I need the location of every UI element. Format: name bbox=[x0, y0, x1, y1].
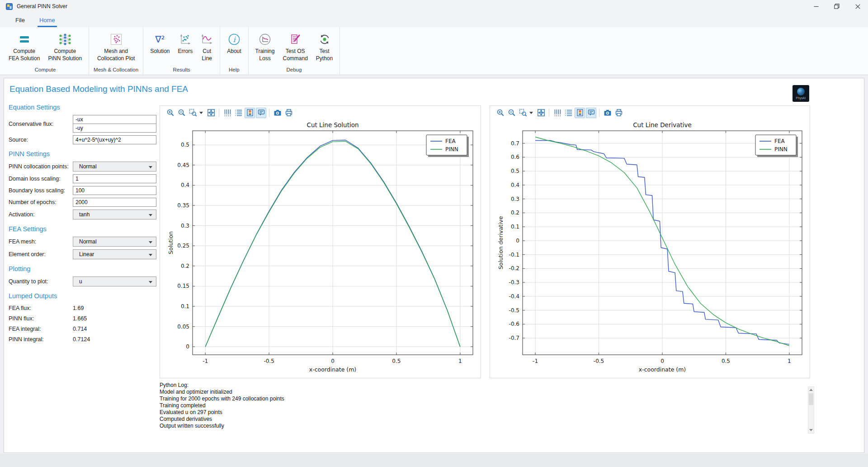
pinn-collocation-points-row: PINN collocation points: Normal bbox=[9, 162, 159, 172]
boundary-loss-scaling-input[interactable] bbox=[73, 186, 156, 195]
svg-text:0.15: 0.15 bbox=[177, 283, 189, 289]
y-grid-icon[interactable] bbox=[563, 108, 574, 118]
domain-loss-scaling-input[interactable] bbox=[73, 174, 156, 183]
mesh-collocation-plot-button[interactable]: Mesh and Collocation Plot bbox=[93, 30, 139, 62]
svg-text:0: 0 bbox=[516, 238, 519, 244]
tab-file[interactable]: File bbox=[14, 15, 27, 27]
colorbar-toggle-icon[interactable] bbox=[575, 108, 585, 118]
neural-network-icon bbox=[58, 31, 72, 48]
settings-panel: Equation Settings Conservative flux: Sou… bbox=[9, 98, 159, 345]
zoom-out-icon[interactable] bbox=[506, 108, 517, 118]
conservative-flux-row: Conservative flux: bbox=[9, 115, 159, 133]
pinn-collocation-points-select[interactable]: Normal bbox=[73, 162, 156, 172]
quantity-to-plot-row: Quantity to plot: u bbox=[9, 276, 159, 286]
y-grid-icon[interactable] bbox=[233, 108, 244, 118]
derivative-chart[interactable]: -1-0.500.51-0.7-0.6-0.5-0.4-0.3-0.2-0.10… bbox=[490, 119, 810, 379]
snapshot-icon[interactable] bbox=[602, 108, 613, 118]
fea-mesh-select[interactable]: Normal bbox=[73, 237, 156, 247]
svg-text:0: 0 bbox=[660, 358, 664, 364]
zoom-extents-icon[interactable] bbox=[536, 108, 546, 118]
compute-pinn-solution-button[interactable]: Compute PiNN Solution bbox=[44, 30, 86, 62]
solution-chart[interactable]: -1-0.500.5100.050.10.150.20.250.30.350.4… bbox=[160, 119, 481, 379]
compute-fea-solution-button[interactable]: Compute FEA Solution bbox=[5, 30, 44, 62]
zoom-out-icon[interactable] bbox=[176, 108, 187, 118]
errors-scatter-icon bbox=[179, 31, 191, 48]
chevron-down-icon bbox=[149, 241, 152, 243]
solution-button[interactable]: ∇² Solution bbox=[146, 30, 174, 56]
svg-text:1: 1 bbox=[788, 358, 791, 364]
chevron-down-icon bbox=[149, 281, 152, 283]
x-grid-icon[interactable] bbox=[552, 108, 562, 118]
svg-text:-0.7: -0.7 bbox=[509, 335, 519, 341]
svg-text:-0.2: -0.2 bbox=[509, 265, 519, 272]
fea-equals-icon bbox=[18, 31, 31, 48]
chevron-down-icon bbox=[149, 214, 152, 216]
svg-text:-0.3: -0.3 bbox=[509, 279, 519, 286]
minimize-button[interactable] bbox=[806, 0, 826, 13]
svg-text:0.45: 0.45 bbox=[177, 162, 189, 168]
ribbon-group-mesh-collocation: Mesh and Collocation Plot Mesh & Colloca… bbox=[89, 27, 143, 75]
activation-select[interactable]: tanh bbox=[73, 210, 156, 219]
plot-toolbar bbox=[490, 106, 810, 119]
source-input[interactable] bbox=[73, 135, 156, 144]
print-icon[interactable] bbox=[283, 108, 294, 118]
scrollbar-thumb[interactable] bbox=[809, 393, 813, 405]
svg-text:-1: -1 bbox=[203, 358, 208, 364]
zoom-in-icon[interactable] bbox=[165, 108, 175, 118]
zoom-box-icon[interactable] bbox=[188, 108, 198, 118]
pinn-settings-title: PINN Settings bbox=[9, 150, 159, 157]
svg-text:0.1: 0.1 bbox=[181, 303, 189, 310]
number-of-epochs-input[interactable] bbox=[73, 198, 156, 207]
ribbon: Compute FEA Solution Compute PiNN Soluti… bbox=[0, 27, 868, 75]
tab-home[interactable]: Home bbox=[38, 15, 57, 27]
pinn-flux-value: 1.665 bbox=[73, 315, 87, 322]
flux-x-input[interactable] bbox=[73, 115, 156, 124]
about-button[interactable]: i About bbox=[223, 30, 245, 56]
svg-text:-1: -1 bbox=[533, 358, 538, 364]
scroll-up-icon[interactable] bbox=[808, 387, 814, 393]
activation-row: Activation: tanh bbox=[9, 210, 159, 219]
snapshot-icon[interactable] bbox=[272, 108, 283, 118]
tooltip-toggle-icon[interactable] bbox=[586, 108, 596, 118]
svg-text:x-coordinate (m): x-coordinate (m) bbox=[639, 366, 686, 373]
log-line: Model and optimizer initialized bbox=[160, 389, 814, 396]
svg-text:FEA: FEA bbox=[445, 138, 456, 144]
svg-text:-0.1: -0.1 bbox=[509, 252, 519, 258]
titlebar: General PINN Solver bbox=[0, 0, 868, 13]
window-title: General PINN Solver bbox=[17, 3, 67, 10]
restore-button[interactable] bbox=[826, 0, 847, 13]
svg-text:Cut Line Derivative: Cut Line Derivative bbox=[633, 121, 692, 129]
zoom-options-caret-icon[interactable] bbox=[199, 112, 203, 114]
cut-line-button[interactable]: Cut Line bbox=[197, 30, 217, 62]
training-loss-button[interactable]: Training Loss bbox=[251, 30, 279, 62]
cut-line-icon bbox=[201, 31, 213, 48]
source-label: Source: bbox=[9, 137, 73, 143]
ribbon-group-compute: Compute FEA Solution Compute PiNN Soluti… bbox=[2, 27, 89, 75]
test-os-command-button[interactable]: Test OS Command bbox=[278, 30, 311, 62]
zoom-options-caret-icon[interactable] bbox=[529, 112, 533, 114]
scroll-down-icon[interactable] bbox=[808, 427, 814, 433]
svg-text:0.4: 0.4 bbox=[181, 182, 189, 188]
zoom-box-icon[interactable] bbox=[518, 108, 528, 118]
ribbon-group-help: i About Help bbox=[220, 27, 248, 75]
flux-y-input[interactable] bbox=[73, 124, 156, 133]
colorbar-toggle-icon[interactable] bbox=[245, 108, 255, 118]
test-python-button[interactable]: Test Python bbox=[312, 30, 337, 62]
log-scrollbar[interactable] bbox=[808, 386, 814, 434]
element-order-select[interactable]: Linear bbox=[73, 249, 156, 259]
menubar: File Home bbox=[0, 13, 868, 27]
x-grid-icon[interactable] bbox=[222, 108, 232, 118]
fea-settings-title: FEA Settings bbox=[9, 225, 159, 233]
number-of-epochs-row: Number of epochs: bbox=[9, 198, 159, 207]
zoom-in-icon[interactable] bbox=[495, 108, 505, 118]
tooltip-toggle-icon[interactable] bbox=[256, 108, 266, 118]
quantity-to-plot-select[interactable]: u bbox=[73, 276, 156, 286]
svg-text:0.5: 0.5 bbox=[722, 358, 730, 364]
zoom-extents-icon[interactable] bbox=[206, 108, 216, 118]
close-button[interactable] bbox=[847, 0, 868, 13]
errors-button[interactable]: Errors bbox=[174, 30, 197, 56]
svg-text:-0.4: -0.4 bbox=[509, 293, 519, 300]
toolbar-separator bbox=[219, 109, 219, 117]
print-icon[interactable] bbox=[613, 108, 624, 118]
fea-integral-value: 0.714 bbox=[73, 326, 87, 332]
